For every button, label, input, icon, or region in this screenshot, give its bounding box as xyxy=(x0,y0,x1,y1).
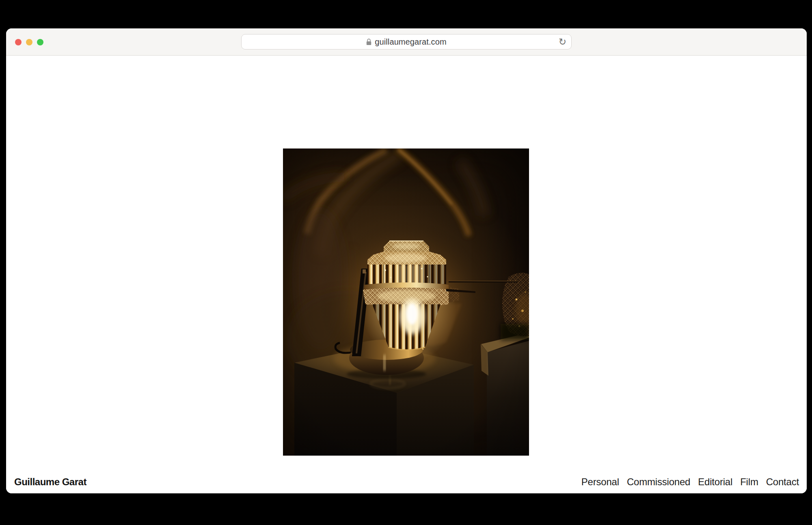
zoom-button[interactable] xyxy=(37,39,43,45)
photo-vignette xyxy=(283,148,529,456)
minimize-button[interactable] xyxy=(26,39,32,45)
lock-icon xyxy=(366,39,371,45)
nav-link-contact[interactable]: Contact xyxy=(766,476,799,488)
browser-toolbar: guillaumegarat.com ↻ xyxy=(6,28,807,56)
window-controls xyxy=(15,28,43,56)
nav-link-commissioned[interactable]: Commissioned xyxy=(627,476,690,488)
reload-button[interactable]: ↻ xyxy=(557,37,568,47)
nav-link-editorial[interactable]: Editorial xyxy=(698,476,732,488)
lamp-illustration xyxy=(283,148,529,456)
nav-link-personal[interactable]: Personal xyxy=(581,476,619,488)
url-text: guillaumegarat.com xyxy=(375,37,446,47)
page-content: Guillaume Garat Personal Commissioned Ed… xyxy=(6,56,807,493)
nav-link-film[interactable]: Film xyxy=(740,476,758,488)
browser-window: guillaumegarat.com ↻ xyxy=(6,28,807,493)
main-nav: Personal Commissioned Editorial Film Con… xyxy=(581,476,799,488)
address-bar[interactable]: guillaumegarat.com ↻ xyxy=(241,34,572,49)
close-button[interactable] xyxy=(15,39,22,45)
footer: Guillaume Garat Personal Commissioned Ed… xyxy=(14,476,799,488)
brand-link[interactable]: Guillaume Garat xyxy=(14,476,86,488)
hero-photo[interactable] xyxy=(283,148,529,456)
